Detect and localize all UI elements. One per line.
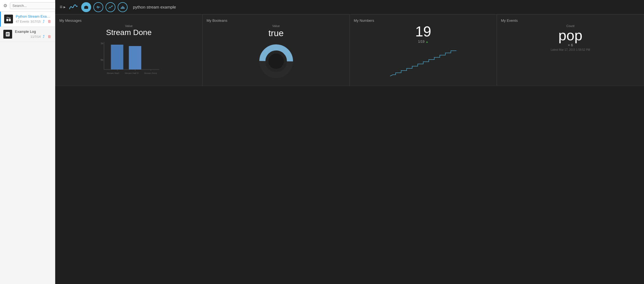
svg-rect-1 xyxy=(9,19,11,21)
bar-chart-svg: 1s 5s Stream Start Stream Half D Stream xyxy=(59,39,198,75)
stream-icon xyxy=(4,15,13,23)
widget-numbers: My Numbers 19 1/19 ▲ xyxy=(350,14,497,86)
delete-button-2[interactable]: 🗑 xyxy=(47,34,52,39)
sidebar-item-date: 3/17/15 xyxy=(30,20,41,23)
gear-button[interactable]: ⚙ xyxy=(3,2,8,9)
sidebar-item-title-2: Example Log xyxy=(15,30,52,34)
svg-text:5s: 5s xyxy=(101,58,104,61)
widget-messages-title: My Messages xyxy=(59,18,198,23)
svg-rect-0 xyxy=(6,19,8,21)
main-area: ≡▶ xyxy=(55,0,644,284)
sidebar-item-meta: 47 Events 3/17/15 ⤴ 🗑 xyxy=(16,19,52,24)
donut-container xyxy=(207,41,345,82)
svg-rect-16 xyxy=(111,45,123,69)
widget-numbers-big-value: 19 xyxy=(354,24,493,39)
sidebar: ⚙ Python Stream Example 47 Events 3/17/1… xyxy=(0,0,55,284)
menu-button[interactable]: ≡▶ xyxy=(60,4,66,10)
svg-point-26 xyxy=(268,53,284,69)
svg-rect-4 xyxy=(6,34,9,34)
svg-rect-11 xyxy=(124,7,125,9)
sidebar-item-meta-2: 11/7/14 ⤴ 🗑 xyxy=(15,34,52,39)
sidebar-item-title: Python Stream Example xyxy=(16,14,52,18)
sidebar-item-example-log[interactable]: Example Log 11/7/14 ⤴ 🗑 xyxy=(0,27,55,42)
svg-text:Stream Start: Stream Start xyxy=(107,72,120,74)
widget-events-count: × 6 xyxy=(501,43,640,47)
delete-button[interactable]: 🗑 xyxy=(47,19,52,24)
sidebar-item-right: 3/17/15 ⤴ 🗑 xyxy=(30,19,52,24)
widget-booleans-value-label: Value xyxy=(207,24,345,28)
svg-rect-3 xyxy=(6,33,9,34)
sidebar-item-python-stream[interactable]: Python Stream Example 47 Events 3/17/15 … xyxy=(0,12,55,27)
line-chart-svg xyxy=(354,46,493,79)
svg-text:1s: 1s xyxy=(101,42,104,45)
toolbar: ≡▶ xyxy=(55,0,644,14)
widget-events-title: My Events xyxy=(501,18,640,23)
sidebar-item-content: Python Stream Example 47 Events 3/17/15 … xyxy=(16,14,52,24)
chart-icon-button[interactable] xyxy=(105,2,115,12)
widget-events: My Events Count pop × 6 Latest Mar 17, 2… xyxy=(497,14,644,86)
widget-messages-big-value: Stream Done xyxy=(59,28,198,37)
widget-messages-value-label: Value xyxy=(59,24,198,28)
pulse-icon-button[interactable] xyxy=(93,2,103,12)
svg-rect-17 xyxy=(129,46,141,69)
svg-text:Stream Half D: Stream Half D xyxy=(125,72,139,74)
svg-text:Stream Done: Stream Done xyxy=(144,72,157,74)
svg-rect-8 xyxy=(122,7,122,9)
sidebar-item-date-2: 11/7/14 xyxy=(30,35,41,38)
widget-booleans-big-value: true xyxy=(207,28,345,38)
logo-icon xyxy=(69,3,78,11)
numbers-line-chart xyxy=(354,46,493,82)
up-arrow-icon: ▲ xyxy=(426,40,428,43)
numbers-sub-value: 1/19 xyxy=(418,40,424,44)
sidebar-item-content-2: Example Log 11/7/14 ⤴ 🗑 xyxy=(15,30,52,39)
messages-bar-chart: 1s 5s Stream Start Stream Half D Stream xyxy=(59,39,198,82)
svg-rect-9 xyxy=(122,6,123,9)
meter-icon-button[interactable] xyxy=(118,2,128,12)
svg-rect-7 xyxy=(121,8,121,9)
camera-icon-button[interactable] xyxy=(81,2,91,12)
donut-chart xyxy=(258,43,294,79)
sidebar-item-right-2: 11/7/14 ⤴ 🗑 xyxy=(30,34,52,39)
search-input[interactable] xyxy=(10,2,61,9)
dashboard: My Messages Value Stream Done 1s 5s xyxy=(55,14,644,284)
widget-messages: My Messages Value Stream Done 1s 5s xyxy=(55,14,202,86)
svg-point-6 xyxy=(85,7,87,8)
share-button[interactable]: ⤴ xyxy=(42,19,45,24)
log-icon xyxy=(3,30,12,39)
sidebar-header: ⚙ xyxy=(0,0,55,12)
widget-events-big-value: pop xyxy=(501,28,640,42)
widget-booleans-title: My Booleans xyxy=(207,18,345,23)
svg-rect-10 xyxy=(123,7,124,9)
widget-events-latest: Latest Mar 17, 2015 1:58:52 PM xyxy=(501,48,640,51)
svg-rect-5 xyxy=(6,35,9,35)
sidebar-item-events: 47 Events xyxy=(16,20,29,23)
toolbar-title: python stream example xyxy=(133,5,176,9)
widget-numbers-title: My Numbers xyxy=(354,18,493,23)
widget-numbers-sub: 1/19 ▲ xyxy=(354,40,493,44)
widget-booleans: My Booleans Value true xyxy=(202,14,350,86)
share-button-2[interactable]: ⤴ xyxy=(42,34,45,39)
